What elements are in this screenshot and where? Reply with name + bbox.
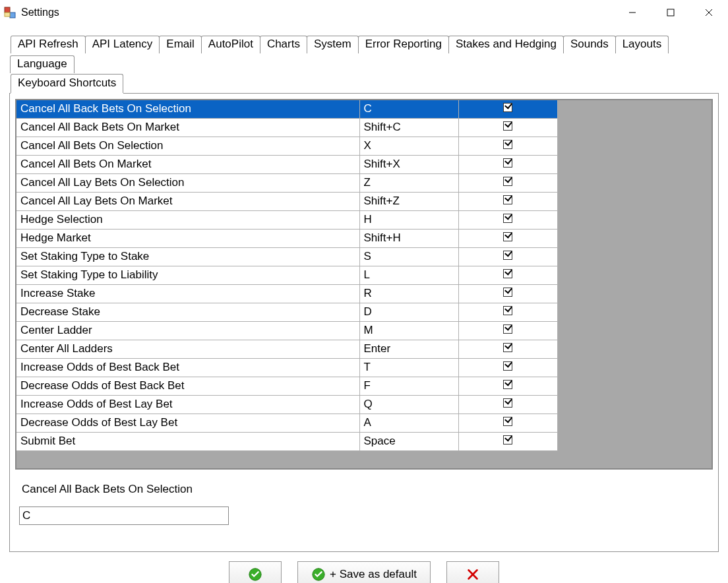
shortcut-enabled-cell[interactable] bbox=[458, 156, 557, 174]
shortcut-key-cell[interactable]: A bbox=[359, 414, 458, 433]
shortcut-key-cell[interactable]: Space bbox=[359, 433, 458, 451]
shortcut-enabled-cell[interactable] bbox=[458, 433, 557, 451]
save-default-button[interactable]: + Save as default bbox=[297, 561, 431, 583]
shortcut-key-cell[interactable]: Q bbox=[359, 396, 458, 414]
ok-button[interactable] bbox=[229, 561, 282, 583]
tab-stakes-and-hedging[interactable]: Stakes and Hedging bbox=[448, 36, 564, 53]
shortcut-enabled-cell[interactable] bbox=[458, 414, 557, 433]
checkbox-icon[interactable] bbox=[503, 417, 512, 426]
shortcut-enabled-cell[interactable] bbox=[458, 322, 557, 340]
shortcut-action-cell[interactable]: Center All Ladders bbox=[16, 340, 359, 359]
shortcut-enabled-cell[interactable] bbox=[458, 100, 557, 119]
table-row[interactable]: Submit BetSpace bbox=[16, 433, 557, 451]
maximize-button[interactable] bbox=[652, 0, 690, 24]
shortcut-enabled-cell[interactable] bbox=[458, 396, 557, 414]
table-row[interactable]: Set Staking Type to LiabilityL bbox=[16, 266, 557, 285]
table-row[interactable]: Cancel All Bets On MarketShift+X bbox=[16, 156, 557, 174]
checkbox-icon[interactable] bbox=[503, 324, 512, 334]
tab-api-refresh[interactable]: API Refresh bbox=[11, 36, 86, 53]
tab-api-latency[interactable]: API Latency bbox=[85, 36, 160, 53]
shortcut-enabled-cell[interactable] bbox=[458, 359, 557, 377]
table-row[interactable]: Cancel All Lay Bets On MarketShift+Z bbox=[16, 193, 557, 211]
shortcut-key-cell[interactable]: R bbox=[359, 285, 458, 303]
table-row[interactable]: Increase Odds of Best Back BetT bbox=[16, 359, 557, 377]
shortcut-key-cell[interactable]: S bbox=[359, 248, 458, 266]
tab-autopilot[interactable]: AutoPilot bbox=[201, 36, 260, 53]
shortcut-key-input[interactable] bbox=[19, 506, 229, 525]
shortcut-action-cell[interactable]: Increase Odds of Best Back Bet bbox=[16, 359, 359, 377]
tab-sounds[interactable]: Sounds bbox=[563, 36, 616, 53]
shortcut-action-cell[interactable]: Cancel All Bets On Market bbox=[16, 156, 359, 174]
shortcut-action-cell[interactable]: Cancel All Lay Bets On Market bbox=[16, 193, 359, 211]
checkbox-icon[interactable] bbox=[503, 251, 512, 260]
shortcut-enabled-cell[interactable] bbox=[458, 230, 557, 248]
cancel-button[interactable] bbox=[446, 561, 499, 583]
shortcut-enabled-cell[interactable] bbox=[458, 303, 557, 322]
checkbox-icon[interactable] bbox=[503, 306, 512, 315]
minimize-button[interactable] bbox=[613, 0, 652, 24]
checkbox-icon[interactable] bbox=[503, 214, 512, 223]
shortcut-action-cell[interactable]: Increase Odds of Best Lay Bet bbox=[16, 396, 359, 414]
shortcut-key-cell[interactable]: F bbox=[359, 377, 458, 396]
checkbox-icon[interactable] bbox=[503, 398, 512, 408]
shortcut-key-cell[interactable]: D bbox=[359, 303, 458, 322]
table-row[interactable]: Decrease Odds of Best Lay BetA bbox=[16, 414, 557, 433]
table-row[interactable]: Hedge MarketShift+H bbox=[16, 230, 557, 248]
shortcut-action-cell[interactable]: Set Staking Type to Liability bbox=[16, 266, 359, 285]
shortcut-key-cell[interactable]: Shift+X bbox=[359, 156, 458, 174]
shortcut-action-cell[interactable]: Hedge Selection bbox=[16, 211, 359, 230]
table-row[interactable]: Increase StakeR bbox=[16, 285, 557, 303]
shortcut-action-cell[interactable]: Cancel All Bets On Selection bbox=[16, 137, 359, 156]
shortcut-grid[interactable]: Cancel All Back Bets On SelectionCCancel… bbox=[15, 99, 713, 470]
shortcut-enabled-cell[interactable] bbox=[458, 119, 557, 137]
table-row[interactable]: Increase Odds of Best Lay BetQ bbox=[16, 396, 557, 414]
table-row[interactable]: Cancel All Lay Bets On SelectionZ bbox=[16, 174, 557, 193]
shortcut-enabled-cell[interactable] bbox=[458, 248, 557, 266]
checkbox-icon[interactable] bbox=[503, 232, 512, 241]
table-row[interactable]: Cancel All Bets On SelectionX bbox=[16, 137, 557, 156]
checkbox-icon[interactable] bbox=[503, 140, 512, 149]
checkbox-icon[interactable] bbox=[503, 361, 512, 371]
close-button[interactable] bbox=[690, 0, 728, 24]
shortcut-action-cell[interactable]: Hedge Market bbox=[16, 230, 359, 248]
shortcut-action-cell[interactable]: Cancel All Back Bets On Market bbox=[16, 119, 359, 137]
shortcut-key-cell[interactable]: X bbox=[359, 137, 458, 156]
shortcut-key-cell[interactable]: H bbox=[359, 211, 458, 230]
shortcut-enabled-cell[interactable] bbox=[458, 137, 557, 156]
shortcut-action-cell[interactable]: Decrease Odds of Best Lay Bet bbox=[16, 414, 359, 433]
shortcut-action-cell[interactable]: Set Staking Type to Stake bbox=[16, 248, 359, 266]
shortcut-action-cell[interactable]: Cancel All Lay Bets On Selection bbox=[16, 174, 359, 193]
checkbox-icon[interactable] bbox=[503, 288, 512, 297]
checkbox-icon[interactable] bbox=[503, 269, 512, 278]
shortcut-enabled-cell[interactable] bbox=[458, 174, 557, 193]
shortcut-key-cell[interactable]: Shift+H bbox=[359, 230, 458, 248]
shortcut-key-cell[interactable]: C bbox=[359, 100, 458, 119]
tab-system[interactable]: System bbox=[307, 36, 359, 53]
shortcut-action-cell[interactable]: Center Ladder bbox=[16, 322, 359, 340]
table-row[interactable]: Cancel All Back Bets On MarketShift+C bbox=[16, 119, 557, 137]
shortcut-key-cell[interactable]: Shift+C bbox=[359, 119, 458, 137]
table-row[interactable]: Hedge SelectionH bbox=[16, 211, 557, 230]
shortcut-key-cell[interactable]: L bbox=[359, 266, 458, 285]
shortcut-key-cell[interactable]: Z bbox=[359, 174, 458, 193]
shortcut-action-cell[interactable]: Decrease Stake bbox=[16, 303, 359, 322]
table-row[interactable]: Set Staking Type to StakeS bbox=[16, 248, 557, 266]
table-row[interactable]: Decrease StakeD bbox=[16, 303, 557, 322]
table-row[interactable]: Decrease Odds of Best Back BetF bbox=[16, 377, 557, 396]
shortcut-key-cell[interactable]: Shift+Z bbox=[359, 193, 458, 211]
shortcut-action-cell[interactable]: Increase Stake bbox=[16, 285, 359, 303]
shortcut-key-cell[interactable]: T bbox=[359, 359, 458, 377]
checkbox-icon[interactable] bbox=[503, 103, 512, 112]
table-row[interactable]: Center LadderM bbox=[16, 322, 557, 340]
tab-charts[interactable]: Charts bbox=[260, 36, 307, 53]
shortcut-enabled-cell[interactable] bbox=[458, 377, 557, 396]
shortcut-enabled-cell[interactable] bbox=[458, 266, 557, 285]
shortcut-action-cell[interactable]: Cancel All Back Bets On Selection bbox=[16, 100, 359, 119]
tab-email[interactable]: Email bbox=[159, 36, 202, 53]
tab-language[interactable]: Language bbox=[10, 55, 75, 73]
table-row[interactable]: Cancel All Back Bets On SelectionC bbox=[16, 100, 557, 119]
tab-error-reporting[interactable]: Error Reporting bbox=[358, 36, 449, 53]
shortcut-enabled-cell[interactable] bbox=[458, 193, 557, 211]
tab-keyboard-shortcuts[interactable]: Keyboard Shortcuts bbox=[11, 74, 123, 94]
shortcut-enabled-cell[interactable] bbox=[458, 285, 557, 303]
